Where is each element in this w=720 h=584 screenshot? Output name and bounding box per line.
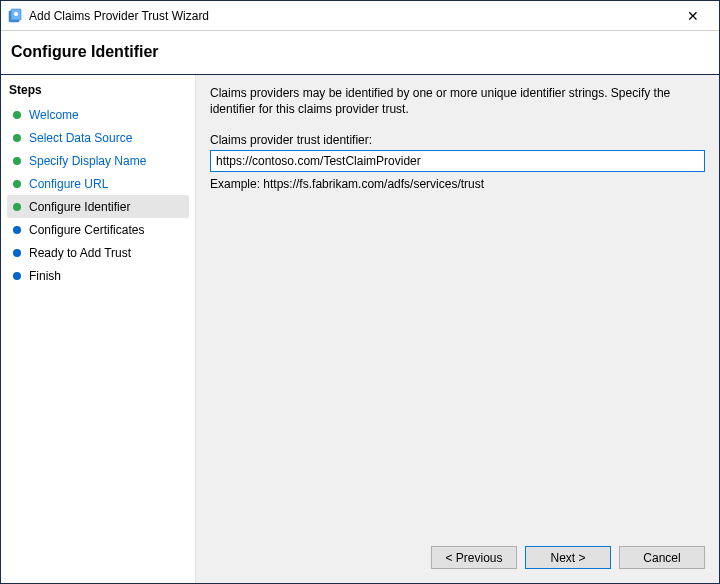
- wizard-body: Steps Welcome Select Data Source Specify…: [1, 75, 719, 583]
- step-label: Finish: [29, 269, 61, 283]
- wizard-header: Configure Identifier: [1, 31, 719, 75]
- step-finish[interactable]: Finish: [7, 264, 189, 287]
- step-bullet-icon: [13, 134, 21, 142]
- step-bullet-icon: [13, 111, 21, 119]
- previous-button[interactable]: < Previous: [431, 546, 517, 569]
- page-title: Configure Identifier: [11, 43, 709, 61]
- step-label: Configure URL: [29, 177, 108, 191]
- step-bullet-icon: [13, 226, 21, 234]
- steps-sidebar: Steps Welcome Select Data Source Specify…: [1, 75, 196, 583]
- close-icon: ✕: [687, 8, 699, 24]
- step-ready-to-add-trust[interactable]: Ready to Add Trust: [7, 241, 189, 264]
- step-bullet-icon: [13, 157, 21, 165]
- step-select-data-source[interactable]: Select Data Source: [7, 126, 189, 149]
- svg-point-2: [14, 12, 18, 16]
- cancel-button[interactable]: Cancel: [619, 546, 705, 569]
- step-label: Ready to Add Trust: [29, 246, 131, 260]
- main-panel: Claims providers may be identified by on…: [196, 75, 719, 583]
- step-configure-identifier[interactable]: Configure Identifier: [7, 195, 189, 218]
- identifier-label: Claims provider trust identifier:: [210, 133, 705, 147]
- titlebar-title: Add Claims Provider Trust Wizard: [29, 9, 673, 23]
- app-icon: [7, 8, 23, 24]
- step-configure-certificates[interactable]: Configure Certificates: [7, 218, 189, 241]
- next-button[interactable]: Next >: [525, 546, 611, 569]
- steps-heading: Steps: [7, 83, 189, 97]
- titlebar: Add Claims Provider Trust Wizard ✕: [1, 1, 719, 31]
- step-bullet-icon: [13, 203, 21, 211]
- step-configure-url[interactable]: Configure URL: [7, 172, 189, 195]
- step-label: Select Data Source: [29, 131, 132, 145]
- identifier-input[interactable]: [210, 150, 705, 172]
- step-label: Configure Certificates: [29, 223, 144, 237]
- instruction-text: Claims providers may be identified by on…: [210, 85, 705, 117]
- wizard-buttons: < Previous Next > Cancel: [431, 546, 705, 569]
- step-bullet-icon: [13, 180, 21, 188]
- step-bullet-icon: [13, 249, 21, 257]
- example-text: Example: https://fs.fabrikam.com/adfs/se…: [210, 177, 705, 191]
- close-button[interactable]: ✕: [673, 2, 713, 30]
- step-label: Configure Identifier: [29, 200, 130, 214]
- step-label: Welcome: [29, 108, 79, 122]
- step-label: Specify Display Name: [29, 154, 146, 168]
- step-bullet-icon: [13, 272, 21, 280]
- step-specify-display-name[interactable]: Specify Display Name: [7, 149, 189, 172]
- step-welcome[interactable]: Welcome: [7, 103, 189, 126]
